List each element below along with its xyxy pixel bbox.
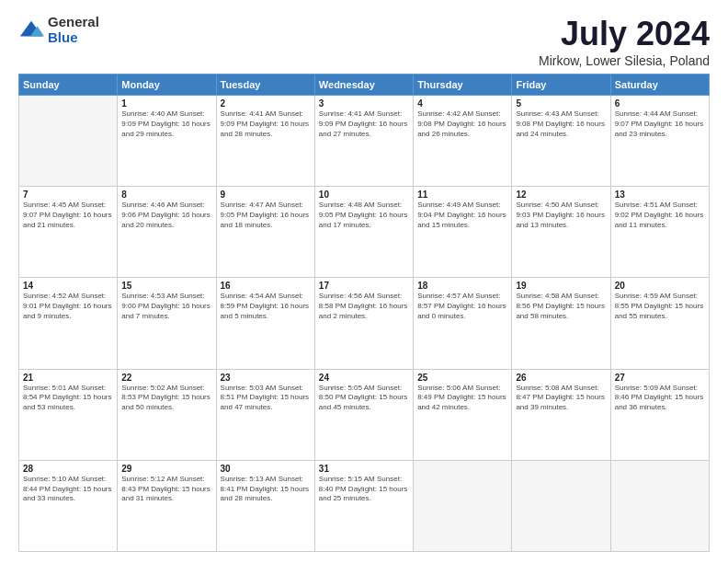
day-info: Sunrise: 5:03 AM Sunset: 8:51 PM Dayligh…	[221, 384, 311, 413]
day-info: Sunrise: 4:53 AM Sunset: 9:00 PM Dayligh…	[121, 292, 211, 321]
day-number: 29	[121, 464, 211, 474]
day-number: 1	[121, 98, 211, 109]
calendar-cell	[512, 460, 610, 551]
calendar-cell: 14Sunrise: 4:52 AM Sunset: 9:01 PM Dayli…	[19, 278, 118, 369]
calendar-cell: 28Sunrise: 5:10 AM Sunset: 8:44 PM Dayli…	[19, 460, 118, 551]
day-info: Sunrise: 5:10 AM Sunset: 8:44 PM Dayligh…	[23, 475, 113, 504]
logo-text: General Blue	[48, 15, 99, 45]
day-number: 10	[319, 190, 409, 200]
title-block: July 2024 Mirkow, Lower Silesia, Poland	[539, 15, 710, 68]
calendar-cell: 31Sunrise: 5:15 AM Sunset: 8:40 PM Dayli…	[314, 460, 413, 551]
day-info: Sunrise: 5:12 AM Sunset: 8:43 PM Dayligh…	[121, 475, 211, 504]
logo: General Blue	[18, 15, 99, 45]
day-number: 21	[23, 373, 113, 383]
day-info: Sunrise: 5:15 AM Sunset: 8:40 PM Dayligh…	[319, 475, 409, 504]
header-row: Sunday Monday Tuesday Wednesday Thursday…	[19, 75, 710, 96]
day-info: Sunrise: 4:43 AM Sunset: 9:08 PM Dayligh…	[516, 109, 606, 139]
header-friday: Friday	[512, 75, 610, 96]
calendar-cell: 16Sunrise: 4:54 AM Sunset: 8:59 PM Dayli…	[216, 278, 314, 369]
day-info: Sunrise: 4:40 AM Sunset: 9:09 PM Dayligh…	[121, 109, 211, 139]
day-info: Sunrise: 4:58 AM Sunset: 8:56 PM Dayligh…	[516, 292, 606, 321]
calendar-cell: 15Sunrise: 4:53 AM Sunset: 9:00 PM Dayli…	[118, 278, 216, 369]
day-number: 25	[417, 373, 507, 383]
day-info: Sunrise: 4:59 AM Sunset: 8:55 PM Dayligh…	[615, 292, 705, 321]
calendar-week-5: 28Sunrise: 5:10 AM Sunset: 8:44 PM Dayli…	[19, 460, 710, 551]
calendar-cell: 26Sunrise: 5:08 AM Sunset: 8:47 PM Dayli…	[512, 369, 610, 460]
calendar-cell: 4Sunrise: 4:42 AM Sunset: 9:08 PM Daylig…	[414, 96, 512, 187]
day-number: 2	[221, 98, 311, 109]
calendar-cell: 22Sunrise: 5:02 AM Sunset: 8:53 PM Dayli…	[118, 369, 216, 460]
day-info: Sunrise: 4:49 AM Sunset: 9:04 PM Dayligh…	[417, 201, 507, 230]
day-info: Sunrise: 4:50 AM Sunset: 9:03 PM Dayligh…	[516, 201, 606, 230]
day-number: 17	[319, 281, 409, 291]
day-number: 7	[23, 190, 113, 200]
day-number: 4	[417, 98, 507, 109]
day-info: Sunrise: 4:45 AM Sunset: 9:07 PM Dayligh…	[23, 201, 113, 230]
calendar-cell: 6Sunrise: 4:44 AM Sunset: 9:07 PM Daylig…	[610, 96, 709, 187]
day-number: 23	[221, 373, 311, 383]
day-info: Sunrise: 5:13 AM Sunset: 8:41 PM Dayligh…	[221, 475, 311, 504]
calendar-cell: 2Sunrise: 4:41 AM Sunset: 9:09 PM Daylig…	[216, 96, 314, 187]
day-number: 6	[615, 98, 705, 109]
day-info: Sunrise: 4:44 AM Sunset: 9:07 PM Dayligh…	[615, 109, 705, 139]
calendar-cell: 27Sunrise: 5:09 AM Sunset: 8:46 PM Dayli…	[610, 369, 709, 460]
calendar-table: Sunday Monday Tuesday Wednesday Thursday…	[18, 74, 710, 552]
day-info: Sunrise: 4:47 AM Sunset: 9:05 PM Dayligh…	[221, 201, 311, 230]
day-info: Sunrise: 5:05 AM Sunset: 8:50 PM Dayligh…	[319, 384, 409, 413]
header-wednesday: Wednesday	[314, 75, 413, 96]
calendar-cell: 10Sunrise: 4:48 AM Sunset: 9:05 PM Dayli…	[314, 187, 413, 278]
day-number: 13	[615, 190, 705, 200]
day-number: 14	[23, 281, 113, 291]
calendar-cell: 18Sunrise: 4:57 AM Sunset: 8:57 PM Dayli…	[414, 278, 512, 369]
calendar-week-1: 1Sunrise: 4:40 AM Sunset: 9:09 PM Daylig…	[19, 96, 710, 187]
calendar-week-3: 14Sunrise: 4:52 AM Sunset: 9:01 PM Dayli…	[19, 278, 710, 369]
day-number: 20	[615, 281, 705, 291]
day-info: Sunrise: 4:52 AM Sunset: 9:01 PM Dayligh…	[23, 292, 113, 321]
header-sunday: Sunday	[19, 75, 118, 96]
calendar-cell: 13Sunrise: 4:51 AM Sunset: 9:02 PM Dayli…	[610, 187, 709, 278]
day-number: 12	[516, 190, 606, 200]
day-number: 24	[319, 373, 409, 383]
calendar-cell	[19, 96, 118, 187]
day-number: 11	[417, 190, 507, 200]
day-number: 26	[516, 373, 606, 383]
calendar-cell: 29Sunrise: 5:12 AM Sunset: 8:43 PM Dayli…	[118, 460, 216, 551]
calendar-cell: 5Sunrise: 4:43 AM Sunset: 9:08 PM Daylig…	[512, 96, 610, 187]
day-number: 22	[121, 373, 211, 383]
calendar-cell: 20Sunrise: 4:59 AM Sunset: 8:55 PM Dayli…	[610, 278, 709, 369]
logo-icon	[18, 17, 44, 43]
calendar-cell: 7Sunrise: 4:45 AM Sunset: 9:07 PM Daylig…	[19, 187, 118, 278]
calendar-cell: 23Sunrise: 5:03 AM Sunset: 8:51 PM Dayli…	[216, 369, 314, 460]
calendar-cell: 11Sunrise: 4:49 AM Sunset: 9:04 PM Dayli…	[414, 187, 512, 278]
logo-blue: Blue	[48, 30, 99, 46]
calendar-cell: 30Sunrise: 5:13 AM Sunset: 8:41 PM Dayli…	[216, 460, 314, 551]
day-info: Sunrise: 4:51 AM Sunset: 9:02 PM Dayligh…	[615, 201, 705, 230]
day-number: 16	[221, 281, 311, 291]
calendar-cell: 19Sunrise: 4:58 AM Sunset: 8:56 PM Dayli…	[512, 278, 610, 369]
day-number: 8	[121, 190, 211, 200]
calendar-cell	[414, 460, 512, 551]
day-number: 18	[417, 281, 507, 291]
day-info: Sunrise: 4:48 AM Sunset: 9:05 PM Dayligh…	[319, 201, 409, 230]
day-number: 31	[319, 464, 409, 474]
day-info: Sunrise: 4:42 AM Sunset: 9:08 PM Dayligh…	[417, 109, 507, 139]
calendar-cell: 1Sunrise: 4:40 AM Sunset: 9:09 PM Daylig…	[118, 96, 216, 187]
calendar-cell: 25Sunrise: 5:06 AM Sunset: 8:49 PM Dayli…	[414, 369, 512, 460]
calendar-header: Sunday Monday Tuesday Wednesday Thursday…	[19, 75, 710, 96]
header: General Blue July 2024 Mirkow, Lower Sil…	[18, 15, 710, 68]
calendar-week-2: 7Sunrise: 4:45 AM Sunset: 9:07 PM Daylig…	[19, 187, 710, 278]
calendar-cell: 17Sunrise: 4:56 AM Sunset: 8:58 PM Dayli…	[314, 278, 413, 369]
day-number: 30	[221, 464, 311, 474]
day-info: Sunrise: 4:57 AM Sunset: 8:57 PM Dayligh…	[417, 292, 507, 321]
day-info: Sunrise: 4:46 AM Sunset: 9:06 PM Dayligh…	[121, 201, 211, 230]
day-info: Sunrise: 5:06 AM Sunset: 8:49 PM Dayligh…	[417, 384, 507, 413]
day-info: Sunrise: 4:54 AM Sunset: 8:59 PM Dayligh…	[221, 292, 311, 321]
day-number: 3	[319, 98, 409, 109]
calendar-cell: 21Sunrise: 5:01 AM Sunset: 8:54 PM Dayli…	[19, 369, 118, 460]
day-info: Sunrise: 4:56 AM Sunset: 8:58 PM Dayligh…	[319, 292, 409, 321]
day-info: Sunrise: 5:09 AM Sunset: 8:46 PM Dayligh…	[615, 384, 705, 413]
day-number: 5	[516, 98, 606, 109]
calendar-cell: 24Sunrise: 5:05 AM Sunset: 8:50 PM Dayli…	[314, 369, 413, 460]
calendar-cell: 12Sunrise: 4:50 AM Sunset: 9:03 PM Dayli…	[512, 187, 610, 278]
day-number: 19	[516, 281, 606, 291]
